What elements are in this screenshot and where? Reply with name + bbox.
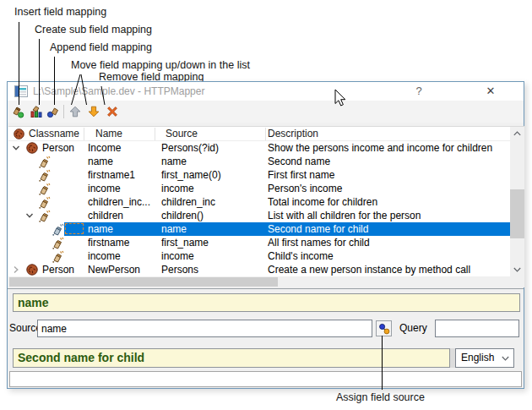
column-header-classname[interactable]: Classname	[29, 127, 79, 141]
cell-source: income	[161, 249, 266, 263]
cell-description: Second name	[268, 155, 510, 168]
append-field-mapping-button[interactable]	[45, 103, 62, 120]
cell-description: Second name for child	[268, 222, 510, 236]
focus-rectangle	[65, 223, 84, 234]
horizontal-scrollbar[interactable]	[8, 276, 510, 287]
cell-name: name	[88, 155, 160, 168]
scrollbar-corner	[510, 276, 524, 287]
language-selected: English	[461, 352, 494, 364]
scroll-up-button[interactable]	[510, 127, 524, 140]
cell-name: firstname1	[88, 168, 160, 182]
move-up-button[interactable]	[67, 103, 84, 120]
cell-source: first_name	[161, 236, 266, 249]
cell-source: name	[161, 155, 266, 168]
assign-field-source-button[interactable]	[376, 320, 392, 336]
vertical-scrollbar[interactable]	[510, 127, 524, 276]
query-input[interactable]	[435, 320, 519, 337]
table-row[interactable]: Person NewPerson Persons Create a new pe…	[8, 263, 510, 276]
expander-expanded-icon[interactable]	[12, 144, 20, 152]
person-class-icon	[25, 141, 39, 155]
cell-name: name	[88, 222, 160, 236]
field-mapping-icon	[37, 209, 51, 222]
annotation-append: Append field mapping	[50, 41, 152, 53]
cell-name: NewPerson	[88, 263, 160, 276]
cell-source: children_inc	[161, 195, 266, 209]
vertical-scrollbar-thumb[interactable]	[510, 189, 524, 238]
expander-collapsed-icon[interactable]	[12, 265, 20, 274]
move-up-icon	[68, 105, 82, 118]
column-divider[interactable]	[84, 128, 84, 140]
field-mapping-icon	[37, 182, 51, 195]
field-description-display: Second name for child	[13, 348, 450, 368]
cell-classname: Person	[42, 263, 86, 276]
insert-field-mapping-button[interactable]	[9, 103, 26, 120]
horizontal-scrollbar-thumb[interactable]	[9, 277, 278, 287]
annotation-insert: Insert field mapping	[14, 6, 106, 18]
cell-source: Persons	[161, 263, 266, 276]
scroll-up-icon	[513, 131, 521, 136]
cell-source: first_name(0)	[161, 168, 266, 182]
column-header-source[interactable]: Source	[166, 127, 198, 141]
language-dropdown[interactable]: English	[455, 348, 514, 368]
table-row[interactable]: firstname first_name All first names for…	[8, 236, 510, 249]
create-sub-field-mapping-button[interactable]	[28, 103, 45, 120]
cell-description: Create a new person instance by method c…	[268, 263, 510, 276]
expander-expanded-icon[interactable]	[25, 211, 34, 220]
field-name-display: name	[13, 293, 520, 312]
table-row[interactable]: firstname1 first_name(0) First first nam…	[8, 168, 510, 182]
table-row[interactable]: children children() List with all childr…	[8, 209, 510, 222]
app-icon	[14, 85, 28, 97]
field-mapping-list: Classname Name Source Description Person…	[8, 126, 524, 287]
query-label: Query	[399, 320, 427, 337]
field-mapping-icon	[51, 236, 64, 249]
column-header-description[interactable]: Description	[268, 127, 318, 141]
scroll-down-button[interactable]	[510, 263, 524, 276]
cell-name: children_inc...	[88, 195, 160, 209]
column-divider[interactable]	[155, 128, 155, 140]
cell-description: Show the persons income and income for c…	[268, 141, 510, 155]
column-header-name[interactable]: Name	[95, 127, 122, 141]
person-class-icon	[25, 263, 39, 276]
append-field-mapping-icon	[46, 105, 60, 118]
scroll-down-icon	[513, 267, 521, 272]
cell-source: children()	[161, 209, 266, 222]
remove-field-mapping-icon	[106, 105, 119, 118]
annotation-move: Move field mapping up/down in the list	[71, 59, 250, 71]
help-button[interactable]: ?	[401, 82, 437, 101]
close-button[interactable]: ✕	[469, 82, 513, 101]
field-mapping-icon	[51, 249, 64, 263]
list-header[interactable]: Classname Name Source Description	[8, 127, 510, 141]
cell-name: children	[88, 209, 160, 222]
table-row-selected[interactable]: name name Second name for child	[8, 222, 510, 236]
table-row[interactable]: income income Child's income	[8, 249, 510, 263]
screenshot-root: Insert field mapping Create sub field ma…	[0, 0, 532, 410]
create-sub-field-mapping-icon	[30, 105, 43, 118]
move-down-icon	[87, 105, 100, 118]
field-mapping-icon	[37, 168, 51, 182]
cell-source: Persons(?id)	[161, 141, 266, 155]
cell-description: First first name	[268, 168, 510, 182]
table-row[interactable]: Person Income Persons(?id) Show the pers…	[8, 141, 510, 155]
table-row[interactable]: children_inc... children_inc Total incom…	[8, 195, 510, 209]
source-input[interactable]	[37, 320, 372, 337]
cell-name: income	[88, 182, 160, 195]
cell-description: Person's income	[268, 182, 510, 195]
cell-source: name	[161, 222, 266, 236]
cell-classname: Person	[42, 141, 86, 155]
cell-description: All first names for child	[268, 236, 510, 249]
column-divider[interactable]	[265, 128, 266, 140]
cell-name: Income	[88, 141, 160, 155]
notes-textbox[interactable]	[9, 371, 522, 387]
move-down-button[interactable]	[85, 103, 102, 120]
table-row[interactable]: name name Second name	[8, 155, 510, 168]
classname-header-icon	[13, 128, 25, 140]
remove-field-mapping-button[interactable]	[104, 103, 121, 120]
assign-field-source-icon	[378, 323, 390, 335]
insert-field-mapping-icon	[11, 105, 24, 118]
annotation-assign-source: Assign field source	[336, 391, 425, 403]
detail-panel: name Source Query Second name for child …	[8, 288, 524, 388]
toolbar	[8, 101, 524, 123]
table-row[interactable]: income income Person's income	[8, 182, 510, 195]
annotation-create-sub: Create sub field mapping	[35, 24, 152, 36]
cell-name: income	[88, 249, 160, 263]
